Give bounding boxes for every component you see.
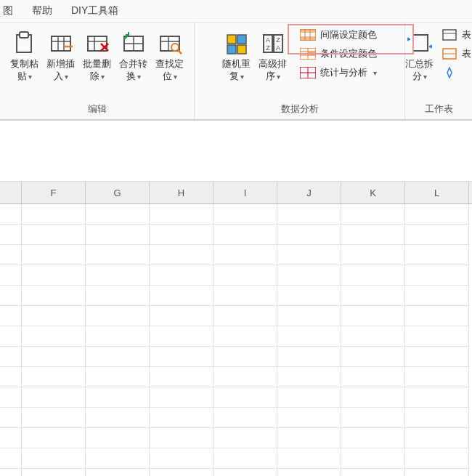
cell[interactable] — [341, 469, 405, 476]
cell[interactable] — [86, 469, 150, 476]
cell[interactable] — [405, 326, 469, 347]
cell[interactable] — [277, 225, 341, 245]
row-header-stub[interactable] — [0, 286, 22, 306]
row-header-stub[interactable] — [0, 408, 22, 428]
row-header-stub[interactable] — [0, 225, 22, 245]
cell[interactable] — [277, 286, 341, 306]
cell[interactable] — [150, 408, 213, 428]
row-header-stub[interactable] — [0, 204, 22, 225]
grid-body[interactable] — [0, 204, 472, 476]
cell[interactable] — [22, 408, 86, 428]
menu-item-help[interactable]: 帮助 — [32, 4, 52, 17]
cell[interactable] — [213, 448, 277, 469]
cell[interactable] — [86, 347, 150, 367]
worksheet-button-2[interactable]: 表 — [439, 46, 473, 62]
cell[interactable] — [22, 204, 86, 225]
cell[interactable] — [213, 245, 277, 265]
cell[interactable] — [341, 347, 405, 367]
cell[interactable] — [341, 306, 405, 326]
cell[interactable] — [277, 387, 341, 408]
col-header-I[interactable]: I — [213, 182, 277, 203]
cell[interactable] — [277, 265, 341, 286]
cell[interactable] — [405, 387, 469, 408]
row-header-stub[interactable] — [0, 387, 22, 408]
col-header-J[interactable]: J — [277, 182, 341, 203]
cell[interactable] — [22, 387, 86, 408]
cell[interactable] — [150, 326, 213, 347]
cell[interactable] — [405, 347, 469, 367]
cell[interactable] — [86, 265, 150, 286]
cell[interactable] — [213, 286, 277, 306]
merge-button[interactable]: 合并转换▾ — [115, 27, 152, 84]
cell[interactable] — [213, 265, 277, 286]
col-header-F[interactable]: F — [22, 182, 86, 203]
workbook-button[interactable]: 表 — [439, 27, 473, 43]
summary-split-button[interactable]: 汇总拆分▾ — [402, 27, 437, 84]
cell[interactable] — [213, 326, 277, 347]
cell[interactable] — [213, 387, 277, 408]
cell[interactable] — [22, 306, 86, 326]
cell[interactable] — [213, 225, 277, 245]
menu-item-view[interactable]: 图 — [3, 4, 13, 17]
cell[interactable] — [213, 204, 277, 225]
cell[interactable] — [405, 306, 469, 326]
cell[interactable] — [86, 326, 150, 347]
cell[interactable] — [277, 448, 341, 469]
cell[interactable] — [150, 204, 213, 225]
cell[interactable] — [341, 204, 405, 225]
cell[interactable] — [22, 286, 86, 306]
cell[interactable] — [150, 306, 213, 326]
cell[interactable] — [150, 347, 213, 367]
cell[interactable] — [86, 286, 150, 306]
sort-button[interactable]: A Z Z A 高级排序▾ — [255, 27, 291, 84]
interval-color-button[interactable]: 间隔设定颜色 — [297, 27, 380, 43]
cell[interactable] — [277, 245, 341, 265]
cell[interactable] — [22, 265, 86, 286]
cell[interactable] — [22, 469, 86, 476]
worksheet-button-3[interactable] — [439, 65, 473, 81]
find-button[interactable]: 查找定位▾ — [152, 27, 188, 84]
cell[interactable] — [277, 204, 341, 225]
row-header-stub[interactable] — [0, 265, 22, 286]
cell[interactable] — [341, 265, 405, 286]
cell[interactable] — [341, 408, 405, 428]
cell[interactable] — [341, 326, 405, 347]
cell[interactable] — [277, 408, 341, 428]
cell[interactable] — [405, 204, 469, 225]
cell[interactable] — [213, 367, 277, 387]
cell[interactable] — [150, 387, 213, 408]
cell[interactable] — [341, 448, 405, 469]
cell[interactable] — [405, 448, 469, 469]
cell[interactable] — [277, 428, 341, 448]
cell[interactable] — [405, 225, 469, 245]
cell[interactable] — [150, 245, 213, 265]
cell[interactable] — [150, 225, 213, 245]
stats-button[interactable]: 统计与分析▾ — [297, 65, 380, 81]
cell[interactable] — [277, 469, 341, 476]
row-header-stub[interactable] — [0, 326, 22, 347]
cell[interactable] — [150, 448, 213, 469]
cell[interactable] — [86, 387, 150, 408]
col-header-G[interactable]: G — [86, 182, 150, 203]
cond-color-button[interactable]: 条件设定颜色 — [297, 46, 380, 62]
cell[interactable] — [22, 225, 86, 245]
cell[interactable] — [405, 367, 469, 387]
cell[interactable] — [86, 408, 150, 428]
cell[interactable] — [341, 225, 405, 245]
cell[interactable] — [22, 245, 86, 265]
cell[interactable] — [86, 306, 150, 326]
insert-button[interactable]: 新增插入▾ — [43, 27, 79, 84]
cell[interactable] — [86, 428, 150, 448]
cell[interactable] — [22, 347, 86, 367]
row-header-stub[interactable] — [0, 367, 22, 387]
cell[interactable] — [86, 448, 150, 469]
cell[interactable] — [277, 326, 341, 347]
cell[interactable] — [22, 428, 86, 448]
row-header-stub[interactable] — [0, 428, 22, 448]
menu-item-toolbox[interactable]: DIY工具箱 — [71, 4, 118, 17]
cell[interactable] — [405, 265, 469, 286]
cell[interactable] — [277, 306, 341, 326]
row-header-stub[interactable] — [0, 448, 22, 469]
cell[interactable] — [86, 245, 150, 265]
col-header-K[interactable]: K — [341, 182, 405, 203]
